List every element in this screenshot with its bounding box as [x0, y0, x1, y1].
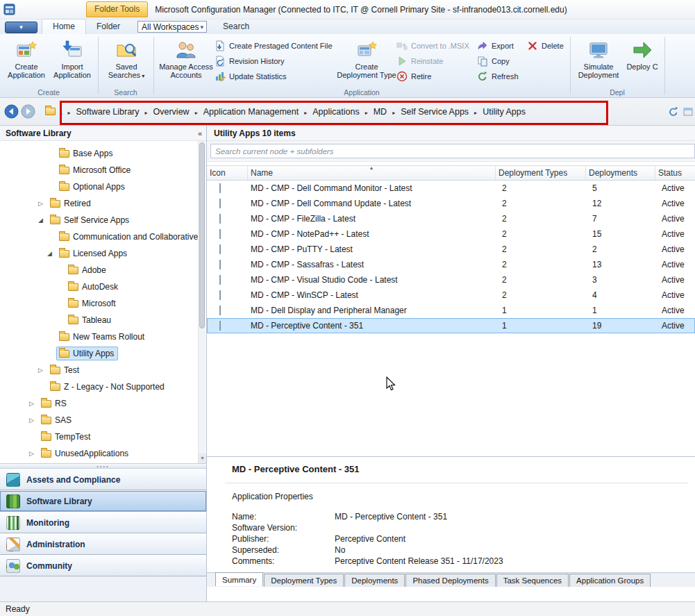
back-button[interactable] — [4, 104, 19, 119]
deploy-label: Deploy C — [626, 63, 658, 71]
saved-searches-button[interactable]: Saved Searches — [102, 36, 151, 88]
tree-expander-icon[interactable]: ▷ — [29, 400, 38, 407]
table-row[interactable]: MD - CMP - PuTTY - Latest 2 2 Active — [207, 242, 695, 257]
tree-item[interactable]: Optional Apps — [0, 178, 206, 195]
detail-tab[interactable]: Summary — [215, 572, 263, 586]
table-row[interactable]: MD - CMP - Dell Command Monitor - Latest… — [207, 181, 695, 196]
breadcrumb-refresh-icon[interactable] — [668, 106, 679, 117]
import-application-button[interactable]: Import Application — [49, 36, 95, 88]
table-row[interactable]: MD - CMP - Visual Studio Code - Latest 2… — [207, 272, 695, 288]
collapse-pane-icon[interactable] — [198, 129, 202, 138]
tree-scrollbar-thumb[interactable] — [199, 142, 205, 328]
create-application-button[interactable]: Create Application — [3, 36, 49, 88]
refresh-icon — [477, 71, 488, 82]
tree-item[interactable]: ▷ SAS — [0, 412, 206, 428]
tree-expander-icon[interactable]: ▷ — [29, 417, 38, 424]
column-header-icon[interactable]: Icon — [207, 166, 248, 180]
tab-folder[interactable]: Folder — [86, 19, 131, 34]
breadcrumb-item[interactable]: Software Library — [76, 107, 153, 117]
column-header-deployments[interactable]: Deployments — [586, 166, 655, 180]
tree-item[interactable]: ▷ Test — [0, 362, 206, 378]
tree-item[interactable]: ▷ RS — [0, 395, 206, 412]
workspaces-dropdown[interactable]: All Workspaces — [137, 21, 207, 33]
tree-item[interactable]: Communication and Collaborative . — [0, 228, 206, 245]
column-header-status[interactable]: Status — [655, 166, 695, 180]
tree-item[interactable]: Microsoft — [0, 295, 206, 312]
tree-expander-icon[interactable]: ▷ — [29, 450, 38, 457]
table-row[interactable]: MD - CMP - NotePad++ - Latest 2 15 Activ… — [207, 226, 695, 242]
create-deployment-type-button[interactable]: Create Deployment Type — [337, 36, 396, 88]
copy-button[interactable]: Copy — [477, 55, 527, 67]
navigation-pane-title: Software Library — [6, 128, 72, 138]
tree-expander-icon[interactable]: ◢ — [38, 217, 47, 224]
table-row[interactable]: MD - CMP - FileZilla - Latest 2 7 Active — [207, 211, 695, 226]
workspace-button[interactable]: Administration — [0, 533, 206, 555]
tree-expander-icon[interactable]: ◢ — [47, 250, 56, 257]
tree-item[interactable]: ◢ Self Service Apps — [0, 212, 206, 228]
detail-tab[interactable]: Application Groups — [569, 574, 651, 587]
create-prestaged-content-file-button[interactable]: Create Prestaged Content File — [215, 40, 337, 51]
tree-item[interactable]: ▷ UnusedApplications — [0, 445, 206, 462]
column-header-name[interactable]: Name — [248, 166, 496, 180]
simulate-deployment-button[interactable]: Simulate Deployment — [574, 36, 623, 88]
table-row[interactable]: MD - CMP - Dell Command Update - Latest … — [207, 196, 695, 211]
tree-item-label: Base Apps — [73, 149, 112, 158]
workspace-button[interactable]: Monitoring — [0, 512, 206, 533]
tree-item[interactable]: New Teams Rollout — [0, 328, 206, 345]
tree-item[interactable]: Z - Legacy - Not Supported — [0, 378, 206, 395]
tree-item[interactable]: ▷ Retired — [0, 195, 206, 212]
breadcrumb-item[interactable]: Self Service Apps — [401, 107, 483, 117]
convert-to-msix-button[interactable]: Convert to .MSIX — [396, 40, 477, 51]
tree-item[interactable]: TempTest — [0, 428, 206, 445]
workspace-button[interactable]: Community — [0, 555, 206, 576]
forward-button[interactable] — [21, 104, 35, 119]
export-button[interactable]: Export — [477, 40, 527, 51]
delete-button[interactable]: Delete — [527, 40, 567, 51]
breadcrumb-item[interactable]: Applications — [312, 107, 373, 117]
tree-expander-icon[interactable]: ▷ — [38, 367, 47, 374]
tree-item[interactable]: ◢ Licensed Apps — [0, 245, 206, 262]
tab-search[interactable]: Search — [212, 19, 260, 34]
folder-tools-contextual-tab[interactable]: Folder Tools — [86, 1, 148, 17]
workspace-splitter[interactable] — [0, 463, 206, 469]
breadcrumb-item[interactable]: MD — [374, 107, 401, 117]
detail-tab[interactable]: Deployments — [344, 574, 405, 587]
reinstate-button[interactable]: Reinstate — [396, 55, 477, 67]
breadcrumb-item[interactable]: Application Management — [203, 107, 313, 117]
detail-tab[interactable]: Deployment Types — [264, 574, 344, 587]
tree-scrollbar[interactable] — [198, 141, 206, 463]
table-row[interactable]: MD - CMP - WinSCP - Latest 2 4 Active — [207, 288, 695, 303]
workspace-button[interactable]: Assets and Compliance — [0, 469, 206, 490]
breadcrumb-item[interactable]: Utility Apps — [483, 107, 526, 117]
manage-access-accounts-button[interactable]: Manage Access Accounts — [158, 36, 215, 88]
deploy-button[interactable]: Deploy C — [623, 36, 662, 88]
tree-item[interactable]: Base Apps — [0, 145, 206, 162]
table-row[interactable]: MD - Perceptive Content - 351 1 19 Activ… — [207, 318, 695, 333]
tree-item[interactable]: AutoDesk — [0, 278, 206, 295]
tree-expander-icon[interactable]: ▷ — [38, 200, 47, 207]
retire-button[interactable]: Retire — [396, 70, 477, 82]
application-menu-button[interactable] — [5, 22, 37, 33]
detail-tab[interactable]: Phased Deployments — [405, 574, 495, 587]
breadcrumb-item[interactable]: Overview — [153, 107, 203, 117]
update-statistics-button[interactable]: Update Statistics — [215, 70, 337, 82]
tree-scrollbar-down-icon[interactable] — [199, 453, 206, 463]
search-input[interactable] — [210, 144, 695, 158]
tree-item[interactable]: Microsoft Office — [0, 162, 206, 178]
tree-item[interactable]: Utility Apps — [0, 345, 206, 362]
tree-item[interactable]: Tableau — [0, 312, 206, 328]
table-row[interactable]: MD - CMP - Sassafras - Latest 2 13 Activ… — [207, 257, 695, 272]
detail-tab[interactable]: Task Sequences — [496, 574, 569, 587]
column-header-deployment-types[interactable]: Deployment Types — [496, 166, 586, 180]
tree-item[interactable]: Adobe — [0, 262, 206, 278]
workspace-button[interactable]: Software Library — [0, 490, 206, 512]
breadcrumb-item[interactable]: \ — [60, 107, 76, 117]
folder-icon — [59, 167, 69, 174]
application-icon — [219, 229, 221, 239]
breadcrumb-options-icon[interactable] — [683, 106, 694, 117]
refresh-button[interactable]: Refresh — [477, 70, 527, 82]
tab-home[interactable]: Home — [42, 19, 86, 34]
folder-icon — [41, 417, 51, 424]
table-row[interactable]: MD - Dell Display and Peripheral Manager… — [207, 303, 695, 318]
revision-history-button[interactable]: Revision History — [215, 55, 337, 67]
